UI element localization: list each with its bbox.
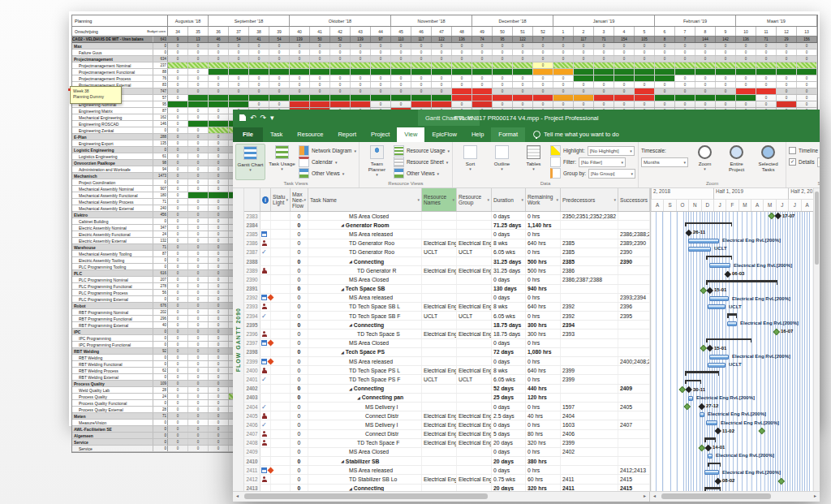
status-light-cell[interactable] (271, 411, 291, 420)
resource-names-cell[interactable] (422, 466, 457, 474)
successors-cell[interactable]: 2412;2413 (618, 466, 650, 474)
resource-names-cell[interactable] (422, 348, 457, 356)
successors-cell[interactable]: 2409 (618, 385, 650, 393)
duration-cell[interactable]: 8 wks (492, 366, 526, 374)
gantt-task-bar[interactable] (708, 363, 726, 368)
gantt-task-bar[interactable] (709, 263, 730, 268)
table-row[interactable]: 23980◢Tech Space PS72 days1,080 hrs (244, 348, 650, 357)
task-name-cell[interactable]: TD Tech Space F (308, 439, 422, 447)
expand-icon[interactable]: ◢ (341, 459, 344, 463)
duration-cell[interactable]: 52 days (492, 385, 526, 393)
table-row[interactable]: 23830MS Area Closed0 days0 hrs2350;2351;… (244, 212, 650, 221)
gantt-task-bar[interactable] (706, 420, 717, 425)
remaining-work-cell[interactable]: 320 hrs (526, 439, 561, 447)
expand-icon[interactable]: ◢ (349, 259, 352, 264)
successors-cell[interactable] (618, 411, 650, 420)
resource-names-cell[interactable] (422, 212, 457, 220)
status-light-cell[interactable] (271, 248, 291, 256)
task-name-cell[interactable]: MS Area released (308, 294, 422, 302)
tab-project[interactable]: Project (364, 127, 397, 142)
status-light-cell[interactable] (271, 239, 291, 248)
task-name-cell[interactable]: ◢Connecting (308, 385, 422, 393)
max-need-flow-cell[interactable]: 0 (291, 339, 308, 347)
resource-names-cell[interactable]: UCLT (422, 248, 457, 256)
remaining-work-cell[interactable]: 300 hrs (526, 321, 561, 329)
table-row[interactable]: 24000TD Tech Space PS LElectrical EngEle… (244, 366, 650, 375)
table-row[interactable]: 23900MS Area Closed0 days0 hrs2386;2387;… (244, 275, 650, 284)
calendar-button[interactable]: Calendar▾ (299, 157, 356, 167)
header-resource-names[interactable]: Resource Names▾ (422, 188, 457, 211)
remaining-work-cell[interactable]: 0 hrs (526, 448, 561, 456)
remaining-work-cell[interactable]: 60 hrs (526, 475, 561, 483)
table-row[interactable]: 24100◢Stabilizer SB20 days380 hrs (244, 457, 650, 466)
predecessors-cell[interactable]: 2350;2351;2352;2382 (561, 212, 618, 220)
status-light-cell[interactable] (271, 285, 291, 293)
predecessors-cell[interactable] (561, 339, 618, 347)
resource-names-cell[interactable] (422, 385, 457, 393)
entire-project-button[interactable]: Entire Project (721, 144, 751, 180)
team-planner-button[interactable]: Team Planner▾ (362, 144, 392, 180)
duration-cell[interactable]: 6.05 wks (492, 312, 526, 320)
duration-cell[interactable]: 0 days (492, 466, 526, 474)
duration-cell[interactable]: 0 days (492, 420, 526, 429)
tab-resource[interactable]: Resource (290, 127, 330, 142)
max-need-flow-cell[interactable]: 0 (291, 230, 308, 238)
predecessors-cell[interactable]: 2399 (561, 375, 618, 383)
predecessors-cell[interactable] (561, 357, 618, 365)
remaining-work-cell[interactable]: 0 hrs (526, 212, 561, 220)
predecessors-cell[interactable]: 2399 (561, 439, 618, 447)
tab-view[interactable]: View (397, 127, 424, 142)
remaining-work-cell[interactable]: 120 hrs (526, 394, 561, 402)
duration-cell[interactable]: 0 days (492, 357, 526, 365)
other-views-button[interactable]: Other Views▾ (394, 168, 450, 179)
successors-cell[interactable] (618, 394, 650, 402)
tab-format[interactable]: Format (491, 127, 525, 142)
predecessors-cell[interactable]: 2399 (561, 366, 618, 374)
duration-cell[interactable]: 20 days (492, 457, 526, 465)
resource-names-cell[interactable] (422, 357, 457, 365)
expand-icon[interactable]: ◢ (341, 286, 344, 291)
max-need-flow-cell[interactable]: 0 (291, 239, 308, 248)
resource-names-cell[interactable]: Electrical Eng (422, 439, 457, 447)
resource-names-cell[interactable]: Electrical Eng (422, 303, 457, 311)
predecessors-cell[interactable]: 2404 (561, 411, 618, 420)
predecessors-cell[interactable] (561, 285, 618, 293)
max-need-flow-cell[interactable]: 0 (291, 366, 308, 374)
remaining-work-cell[interactable]: 640 hrs (526, 239, 561, 248)
max-need-flow-cell[interactable]: 0 (291, 466, 308, 474)
task-name-cell[interactable]: ◢Tech Space SB (308, 285, 422, 293)
status-light-cell[interactable] (271, 485, 291, 491)
table-row[interactable]: 2401✓0TD Tech Space PS FUCLTUCLT6.05 wks… (244, 375, 650, 384)
task-name-cell[interactable]: MS Area released (308, 230, 422, 238)
expand-icon[interactable]: ◢ (341, 350, 344, 355)
table-scrollbar-thumb[interactable] (244, 493, 488, 499)
max-need-flow-cell[interactable]: 0 (291, 448, 308, 456)
task-name-cell[interactable]: Connect Distr (308, 430, 422, 438)
resource-group-cell[interactable] (457, 294, 492, 302)
predecessors-cell[interactable]: 1597 (561, 403, 618, 411)
gantt-task-bar[interactable] (709, 296, 729, 301)
successors-cell[interactable]: 2393;2394 (618, 294, 650, 302)
table-row[interactable]: 2394✓0TD Tech Space SB FUCLTUCLT6.05 wks… (244, 312, 650, 321)
task-name-cell[interactable]: MS Delivery I (308, 403, 422, 411)
task-name-cell[interactable]: MS Area Closed (308, 339, 422, 347)
predecessors-cell[interactable]: 2406 (561, 430, 618, 438)
task-name-cell[interactable]: ◢Connecting pan (308, 394, 422, 402)
table-row[interactable]: 24090MS Area Closed0 days0 hrs2402 (244, 448, 650, 457)
table-row[interactable]: 23930TD Tech Space SB LElectrical EngEle… (244, 303, 650, 312)
resource-group-cell[interactable]: Electrical Eng (457, 330, 492, 338)
successors-cell[interactable] (618, 275, 650, 283)
predecessors-cell[interactable]: 2394 (561, 321, 618, 329)
resource-group-cell[interactable]: Electrical Eng (457, 239, 492, 248)
successors-cell[interactable]: 2390 (618, 248, 650, 256)
predecessors-cell[interactable] (561, 466, 618, 474)
successors-cell[interactable]: 2390 (618, 257, 650, 265)
successors-cell[interactable] (618, 366, 650, 374)
max-need-flow-cell[interactable]: 0 (291, 485, 308, 491)
duration-cell[interactable]: 0 days (492, 448, 526, 456)
max-need-flow-cell[interactable]: 0 (291, 411, 308, 420)
tab-task[interactable]: Task (263, 127, 290, 142)
status-light-cell[interactable] (271, 339, 291, 347)
status-light-cell[interactable] (271, 266, 291, 274)
predecessors-cell[interactable]: 2386 (561, 266, 618, 274)
